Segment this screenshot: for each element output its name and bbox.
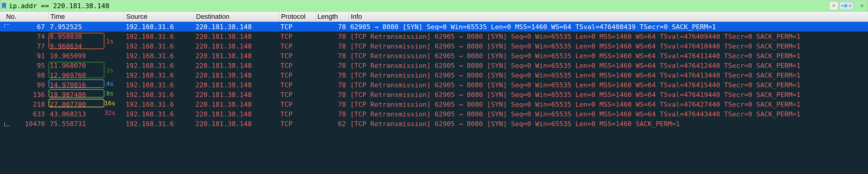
cell-info: 62905 → 8080 [SYN] Seq=0 Win=65535 Len=0… <box>349 22 868 32</box>
cell-no: 95 <box>0 61 49 70</box>
cell-no: 91 <box>0 51 49 61</box>
bookmark-icon[interactable] <box>1 2 7 10</box>
cell-dst: 220.181.38.148 <box>194 70 279 80</box>
packet-row[interactable]: 63343.068213192.168.31.6220.181.38.148TC… <box>0 109 868 119</box>
cell-proto: TCP <box>279 80 316 90</box>
tree-bracket-icon <box>4 123 10 126</box>
packet-row[interactable]: 9914.970816192.168.31.6220.181.38.148TCP… <box>0 80 868 90</box>
cell-src: 192.168.31.6 <box>124 32 194 41</box>
cell-dst: 220.181.38.148 <box>194 61 279 70</box>
packet-row[interactable]: 21827.007700192.168.31.6220.181.38.148TC… <box>0 99 868 109</box>
cell-proto: TCP <box>279 119 316 129</box>
cell-no: 74 <box>0 32 49 41</box>
cell-proto: TCP <box>279 90 316 99</box>
cell-dst: 220.181.38.148 <box>194 51 279 61</box>
cell-src: 192.168.31.6 <box>124 80 194 90</box>
packet-row[interactable]: 9511.968070192.168.31.6220.181.38.148TCP… <box>0 61 868 70</box>
cell-len: 78 <box>316 70 349 80</box>
cell-info: [TCP Retransmission] 62905 → 8080 [SYN] … <box>349 99 868 109</box>
cell-len: 78 <box>316 22 349 32</box>
cell-info: [TCP Retransmission] 62905 → 8080 [SYN] … <box>349 32 868 41</box>
cell-no: 218 <box>0 99 49 109</box>
col-dest[interactable]: Destination <box>194 11 279 22</box>
cell-src: 192.168.31.6 <box>124 61 194 70</box>
cell-dst: 220.181.38.148 <box>194 119 279 129</box>
cell-dst: 220.181.38.148 <box>194 109 279 119</box>
col-length[interactable]: Length <box>316 11 349 22</box>
cell-dst: 220.181.38.148 <box>194 41 279 51</box>
cell-src: 192.168.31.6 <box>124 41 194 51</box>
cell-src: 192.168.31.6 <box>124 22 194 32</box>
cell-time: 7.952525 <box>49 22 124 32</box>
cell-len: 78 <box>316 41 349 51</box>
cell-len: 78 <box>316 80 349 90</box>
cell-src: 192.168.31.6 <box>124 70 194 80</box>
cell-len: 78 <box>316 61 349 70</box>
cell-proto: TCP <box>279 51 316 61</box>
cell-proto: TCP <box>279 22 316 32</box>
col-proto[interactable]: Protocol <box>279 11 316 22</box>
cell-src: 192.168.31.6 <box>124 90 194 99</box>
cell-time: 14.970816 <box>49 80 124 90</box>
cell-time: 9.960634 <box>49 41 124 51</box>
filter-buttons: ✕ ▾ + <box>829 2 866 10</box>
cell-len: 78 <box>316 51 349 61</box>
cell-src: 192.168.31.6 <box>124 109 194 119</box>
col-no[interactable]: No. <box>0 11 49 22</box>
cell-no: 136 <box>0 90 49 99</box>
cell-info: [TCP Retransmission] 62905 → 8080 [SYN] … <box>349 41 868 51</box>
display-filter-input[interactable] <box>9 2 827 10</box>
tree-bracket-icon <box>4 24 10 28</box>
cell-dst: 220.181.38.148 <box>194 80 279 90</box>
cell-time: 10.965099 <box>49 51 124 61</box>
cell-proto: TCP <box>279 99 316 109</box>
cell-no: 633 <box>0 109 49 119</box>
apply-filter-button[interactable]: ▾ <box>839 2 854 10</box>
packet-row[interactable]: 9812.969760192.168.31.6220.181.38.148TCP… <box>0 70 868 80</box>
cell-dst: 220.181.38.148 <box>194 90 279 99</box>
packet-row[interactable]: 677.952525192.168.31.6220.181.38.148TCP7… <box>0 22 868 32</box>
cell-proto: TCP <box>279 32 316 41</box>
cell-info: [TCP Retransmission] 62905 → 8080 [SYN] … <box>349 90 868 99</box>
cell-src: 192.168.31.6 <box>124 119 194 129</box>
cell-info: [TCP Retransmission] 62905 → 8080 [SYN] … <box>349 51 868 61</box>
cell-len: 78 <box>316 99 349 109</box>
cell-no: 77 <box>0 41 49 51</box>
packet-row[interactable]: 1047075.558731192.168.31.6220.181.38.148… <box>0 119 868 129</box>
cell-time: 8.958830 <box>49 32 124 41</box>
cell-dst: 220.181.38.148 <box>194 99 279 109</box>
col-source[interactable]: Source <box>124 11 194 22</box>
packet-row[interactable]: 9110.965099192.168.31.6220.181.38.148TCP… <box>0 51 868 61</box>
cell-dst: 220.181.38.148 <box>194 32 279 41</box>
cell-time: 18.987480 <box>49 90 124 99</box>
cell-len: 78 <box>316 32 349 41</box>
cell-time: 11.968070 <box>49 61 124 70</box>
packet-list[interactable]: 677.952525192.168.31.6220.181.38.148TCP7… <box>0 22 868 174</box>
packet-row[interactable]: 748.958830192.168.31.6220.181.38.148TCP7… <box>0 32 868 41</box>
clear-filter-button[interactable]: ✕ <box>829 2 838 10</box>
cell-info: [TCP Retransmission] 62905 → 8080 [SYN] … <box>349 61 868 70</box>
cell-no: 98 <box>0 70 49 80</box>
add-filter-button[interactable]: + <box>857 2 866 10</box>
cell-len: 78 <box>316 90 349 99</box>
col-time[interactable]: Time <box>49 11 124 22</box>
cell-info: [TCP Retransmission] 62905 → 8080 [SYN] … <box>349 109 868 119</box>
cell-proto: TCP <box>279 70 316 80</box>
display-filter-bar: ✕ ▾ + <box>0 0 868 11</box>
col-info[interactable]: Info <box>349 11 868 22</box>
cell-time: 12.969760 <box>49 70 124 80</box>
cell-time: 27.007700 <box>49 99 124 109</box>
cell-len: 78 <box>316 109 349 119</box>
cell-proto: TCP <box>279 109 316 119</box>
cell-info: [TCP Retransmission] 62905 → 8080 [SYN] … <box>349 70 868 80</box>
cell-len: 62 <box>316 119 349 129</box>
cell-info: [TCP Retransmission] 62905 → 8080 [SYN] … <box>349 119 868 129</box>
packet-list-header: No. Time Source Destination Protocol Len… <box>0 11 868 22</box>
cell-time: 75.558731 <box>49 119 124 129</box>
cell-info: [TCP Retransmission] 62905 → 8080 [SYN] … <box>349 80 868 90</box>
cell-dst: 220.181.38.148 <box>194 22 279 32</box>
packet-row[interactable]: 13618.987480192.168.31.6220.181.38.148TC… <box>0 90 868 99</box>
cell-no: 99 <box>0 80 49 90</box>
cell-src: 192.168.31.6 <box>124 51 194 61</box>
packet-row[interactable]: 779.960634192.168.31.6220.181.38.148TCP7… <box>0 41 868 51</box>
